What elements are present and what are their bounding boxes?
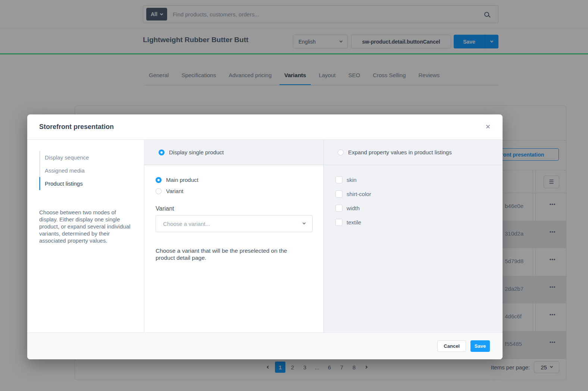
- property-checkbox-textile[interactable]: textile: [335, 219, 503, 226]
- property-checkbox-shirt-color[interactable]: shirt-color: [335, 190, 503, 198]
- mode-description: Choose between two modes of display. Eit…: [39, 209, 134, 244]
- modal-header: Storefront presentation ✕: [27, 114, 503, 140]
- property-label: shirt-color: [347, 191, 371, 197]
- radio-unselected-icon: [156, 188, 162, 194]
- radio-label: Main product: [166, 177, 198, 183]
- save-button[interactable]: Save: [470, 340, 490, 352]
- sidebar-item-display-sequence[interactable]: Display sequence: [39, 151, 144, 164]
- radio-label: Expand property values in product listin…: [348, 149, 452, 155]
- variant-radio[interactable]: Variant: [156, 188, 312, 194]
- checkbox-unchecked-icon: [335, 219, 343, 226]
- screen: All Find products, customers, orders... …: [0, 0, 588, 391]
- chevron-down-icon: [303, 221, 306, 224]
- property-label: textile: [347, 219, 361, 226]
- property-label: skin: [347, 177, 357, 183]
- expand-properties-column: Expand property values in product listin…: [324, 140, 503, 332]
- radio-unselected-icon: [338, 149, 344, 155]
- modal-body: Display sequence Assigned media Product …: [27, 140, 503, 332]
- radio-selected-icon: [156, 177, 162, 183]
- property-list: skin shirt-color width textile: [324, 165, 503, 226]
- property-checkbox-width[interactable]: width: [335, 205, 503, 212]
- variant-select-placeholder: Choose a variant...: [163, 221, 210, 227]
- variant-help-text: Choose a variant that will be the presel…: [156, 247, 306, 261]
- checkbox-unchecked-icon: [335, 190, 343, 198]
- checkbox-unchecked-icon: [335, 176, 343, 183]
- radio-label: Display single product: [169, 149, 224, 155]
- modal-nav: Display sequence Assigned media Product …: [39, 151, 144, 190]
- storefront-presentation-modal: Storefront presentation ✕ Display sequen…: [27, 114, 503, 359]
- sidebar-item-assigned-media[interactable]: Assigned media: [39, 164, 144, 177]
- mode-expand-band: Expand property values in product listin…: [324, 140, 503, 165]
- mode-single-band: Display single product: [144, 140, 323, 165]
- variant-select[interactable]: Choose a variant...: [156, 215, 313, 232]
- display-single-product-radio[interactable]: Display single product: [159, 149, 224, 155]
- close-icon[interactable]: ✕: [485, 123, 491, 131]
- modal-title: Storefront presentation: [39, 123, 114, 131]
- expand-property-values-radio[interactable]: Expand property values in product listin…: [338, 149, 452, 155]
- single-product-column: Display single product Main product Vari…: [144, 140, 324, 332]
- modal-sidebar: Display sequence Assigned media Product …: [27, 140, 144, 332]
- checkbox-unchecked-icon: [335, 205, 343, 212]
- property-label: width: [347, 205, 360, 211]
- main-product-radio[interactable]: Main product: [156, 177, 312, 183]
- property-checkbox-skin[interactable]: skin: [335, 176, 503, 183]
- single-product-options: Main product Variant Variant Choose a va…: [144, 165, 323, 261]
- sidebar-item-product-listings[interactable]: Product listings: [39, 177, 144, 190]
- target-radio-group: Main product Variant: [156, 177, 312, 194]
- cancel-button[interactable]: Cancel: [437, 340, 466, 352]
- radio-label: Variant: [166, 188, 183, 194]
- radio-selected-icon: [159, 149, 165, 155]
- modal-footer: Cancel Save: [27, 332, 503, 359]
- variant-field-label: Variant: [156, 205, 312, 212]
